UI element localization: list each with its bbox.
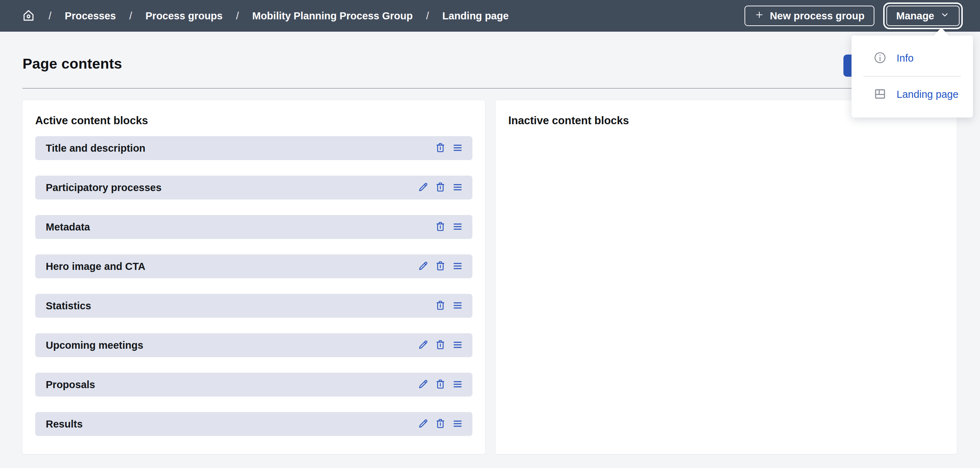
drag-handle-icon — [452, 182, 463, 194]
active-content-blocks-panel: Active content blocks Title and descript… — [22, 100, 485, 454]
manage-button[interactable]: Manage — [886, 6, 959, 26]
drag-handle-icon — [452, 418, 463, 430]
menu-item-landing-page[interactable]: Landing page — [851, 77, 973, 112]
content-block-row[interactable]: Results — [35, 412, 473, 436]
active-blocks-list: Title and description Participatory proc… — [35, 136, 473, 436]
trash-icon — [435, 182, 446, 194]
breadcrumb-item[interactable]: Landing page — [442, 10, 509, 22]
edit-button[interactable] — [417, 260, 430, 273]
edit-button[interactable] — [417, 418, 430, 430]
content-block-row[interactable]: Statistics — [35, 294, 473, 318]
trash-icon — [435, 260, 446, 273]
content-block-actions — [434, 300, 464, 312]
drag-handle-icon — [452, 142, 463, 154]
drag-handle-icon — [452, 339, 463, 352]
drag-handle-icon — [452, 300, 463, 312]
admin-navbar: /Processes/Process groups/Mobility Plann… — [0, 0, 980, 32]
delete-button[interactable] — [434, 221, 447, 233]
breadcrumb-home[interactable] — [22, 8, 35, 23]
content-block-row[interactable]: Metadata — [35, 215, 473, 239]
pencil-icon — [417, 182, 429, 194]
content-block-label: Upcoming meetings — [46, 339, 143, 351]
content-block-row[interactable]: Hero image and CTA — [35, 254, 473, 278]
page-title: Page contents — [22, 56, 122, 72]
plus-icon — [754, 10, 764, 22]
drag-handle[interactable] — [451, 378, 464, 391]
content-block-actions — [417, 418, 464, 430]
content-block-label: Hero image and CTA — [46, 261, 145, 272]
pencil-icon — [417, 379, 429, 391]
drag-handle[interactable] — [451, 221, 464, 233]
manage-dropdown-menu: Info Landing page — [851, 35, 973, 117]
manage-button-label: Manage — [896, 10, 934, 22]
drag-handle-icon — [452, 260, 463, 273]
menu-item-info-label: Info — [897, 52, 913, 64]
drag-handle-icon — [452, 221, 463, 233]
trash-icon — [435, 300, 446, 312]
layout-grid-icon — [873, 87, 887, 102]
trash-icon — [435, 221, 446, 233]
chevron-down-icon — [940, 10, 950, 22]
home-gear-icon — [22, 8, 35, 23]
delete-button[interactable] — [434, 418, 447, 430]
menu-item-landing-page-label: Landing page — [897, 89, 959, 100]
trash-icon — [435, 142, 446, 154]
delete-button[interactable] — [434, 378, 447, 391]
delete-button[interactable] — [434, 181, 447, 194]
content-block-label: Statistics — [46, 300, 91, 312]
delete-button[interactable] — [434, 300, 447, 312]
content-block-actions — [417, 181, 464, 194]
content-block-label: Title and description — [46, 143, 145, 154]
trash-icon — [435, 418, 446, 430]
breadcrumb-separator: / — [236, 10, 239, 22]
info-circle-icon — [873, 51, 887, 66]
drag-handle[interactable] — [451, 181, 464, 194]
breadcrumb-item[interactable]: Process groups — [145, 10, 223, 22]
content-block-row[interactable]: Participatory processes — [35, 176, 473, 200]
edit-button[interactable] — [417, 181, 430, 194]
content-block-label: Proposals — [46, 379, 95, 390]
content-block-label: Participatory processes — [46, 182, 162, 194]
content-block-actions — [434, 221, 464, 233]
pencil-icon — [417, 418, 429, 430]
breadcrumb-separator: / — [129, 10, 132, 22]
delete-button[interactable] — [434, 339, 447, 352]
content-block-actions — [434, 142, 464, 154]
navbar-actions: New process group Manage — [745, 6, 959, 26]
inactive-content-blocks-panel: Inactive content blocks — [496, 100, 957, 454]
pencil-icon — [417, 260, 429, 273]
content-block-label: Results — [46, 418, 83, 430]
breadcrumb-item[interactable]: Processes — [65, 10, 116, 22]
content-block-actions — [417, 378, 464, 391]
breadcrumb-item[interactable]: Mobility Planning Process Group — [252, 10, 413, 22]
content-block-row[interactable]: Upcoming meetings — [35, 333, 473, 357]
header-divider — [22, 88, 958, 89]
breadcrumb: /Processes/Process groups/Mobility Plann… — [22, 8, 509, 23]
pencil-icon — [417, 339, 429, 352]
active-blocks-heading: Active content blocks — [35, 114, 473, 127]
new-process-group-label: New process group — [770, 10, 865, 22]
breadcrumb-separator: / — [49, 10, 51, 22]
drag-handle[interactable] — [451, 418, 464, 430]
drag-handle[interactable] — [451, 260, 464, 273]
edit-button[interactable] — [417, 339, 430, 352]
content-block-actions — [417, 260, 464, 273]
drag-handle-icon — [452, 379, 463, 391]
menu-item-info[interactable]: Info — [851, 40, 973, 76]
drag-handle[interactable] — [451, 339, 464, 352]
drag-handle[interactable] — [451, 142, 464, 154]
content-block-actions — [417, 339, 464, 352]
delete-button[interactable] — [434, 142, 447, 154]
trash-icon — [435, 339, 446, 352]
trash-icon — [435, 379, 446, 391]
edit-button[interactable] — [417, 378, 430, 391]
delete-button[interactable] — [434, 260, 447, 273]
content-block-row[interactable]: Proposals — [35, 373, 473, 397]
drag-handle[interactable] — [451, 300, 464, 312]
breadcrumb-separator: / — [426, 10, 429, 22]
content-block-row[interactable]: Title and description — [35, 136, 473, 160]
content-block-label: Metadata — [46, 221, 90, 233]
new-process-group-button[interactable]: New process group — [745, 6, 874, 26]
